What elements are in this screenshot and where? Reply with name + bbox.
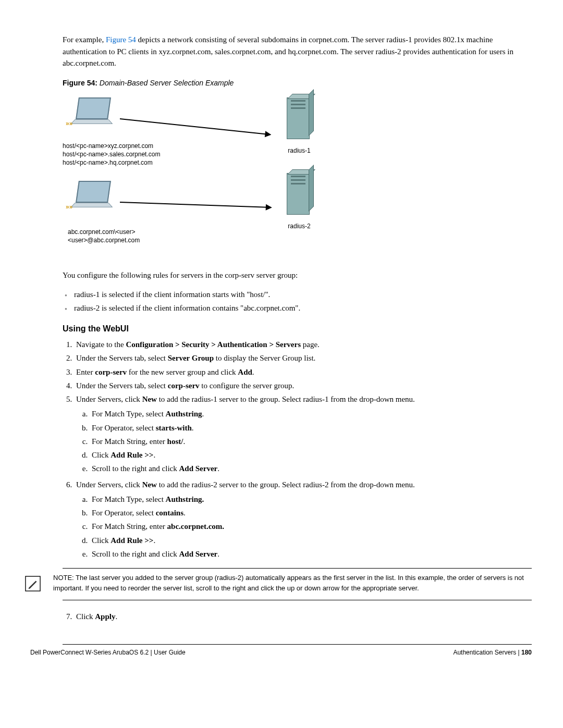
step-6e: Scroll to the right and click Add Server… — [90, 547, 532, 561]
rules-intro: You configure the following rules for se… — [63, 269, 532, 281]
step-6b: For Operator, select contains. — [90, 506, 532, 520]
footer-left: Dell PowerConnect W-Series ArubaOS 6.2 |… — [30, 649, 186, 656]
steps-list: Navigate to the Configuration > Security… — [63, 338, 532, 561]
figure-title: Domain-Based Server Selection Example — [97, 79, 234, 87]
step-6c: For Match String, enter abc.corpnet.com. — [90, 520, 532, 533]
step-7: Click Apply. — [74, 610, 532, 623]
laptop2-labels: abc.corpnet.com\<user> <user>@abc.corpne… — [68, 228, 140, 244]
intro-prefix: For example, — [63, 35, 106, 44]
figure-caption: Figure 54: Domain-Based Server Selection… — [63, 79, 532, 87]
server-icon: radius-2 — [287, 173, 312, 220]
page-footer: Dell PowerConnect W-Series ArubaOS 6.2 |… — [63, 644, 532, 656]
note-text: NOTE: The last server you added to the s… — [53, 573, 532, 593]
laptop-icon: »» — [73, 181, 115, 209]
step-5: Under Servers, click New to add the radi… — [74, 392, 532, 476]
step-1: Navigate to the Configuration > Security… — [74, 338, 532, 351]
server-icon: radius-1 — [287, 97, 312, 144]
step-6a: For Match Type, select Authstring. — [90, 492, 532, 506]
section-heading: Using the WebUI — [63, 324, 532, 334]
network-diagram: »» radius-1 host/<pc-name>xyz.corpnet.co… — [63, 92, 354, 254]
arrow-icon — [120, 202, 271, 208]
step-5-sub: For Match Type, select Authstring. For O… — [76, 407, 532, 475]
rule-item: radius-1 is selected if the client infor… — [63, 288, 532, 302]
step-4: Under the Servers tab, select corp-serv … — [74, 379, 532, 392]
step-2: Under the Servers tab, select Server Gro… — [74, 351, 532, 365]
step-5b: For Operator, select starts-with. — [90, 421, 532, 435]
step-5a: For Match Type, select Authstring. — [90, 407, 532, 421]
wifi-icon: »» — [66, 203, 72, 211]
step-6-sub: For Match Type, select Authstring. For O… — [76, 492, 532, 561]
rule-item: radius-2 is selected if the client infor… — [63, 302, 532, 315]
server2-label: radius-2 — [287, 223, 312, 230]
step-6d: Click Add Rule >>. — [90, 534, 532, 547]
laptop-icon: »» — [73, 97, 115, 126]
wifi-icon: »» — [66, 120, 72, 127]
laptop1-labels: host/<pc-name>xyz.corpnet.com host/<pc-n… — [63, 142, 160, 167]
steps-list-cont: Click Apply. — [63, 610, 532, 623]
rules-list: radius-1 is selected if the client infor… — [63, 288, 532, 315]
step-6: Under Servers, click New to add the radi… — [74, 478, 532, 561]
figure-link[interactable]: Figure 54 — [106, 35, 136, 44]
intro-paragraph: For example, Figure 54 depicts a network… — [63, 34, 532, 69]
step-5c: For Match String, enter host/. — [90, 435, 532, 448]
note-pencil-icon — [25, 576, 45, 595]
step-5e: Scroll to the right and click Add Server… — [90, 462, 532, 475]
server1-label: radius-1 — [287, 147, 312, 154]
arrow-icon — [120, 118, 271, 135]
footer-right: Authentication Servers | 180 — [453, 649, 532, 656]
step-5d: Click Add Rule >>. — [90, 448, 532, 462]
figure-label: Figure 54: — [63, 79, 97, 87]
step-3: Enter corp-serv for the new server group… — [74, 365, 532, 379]
note-box: NOTE: The last server you added to the s… — [63, 568, 532, 600]
